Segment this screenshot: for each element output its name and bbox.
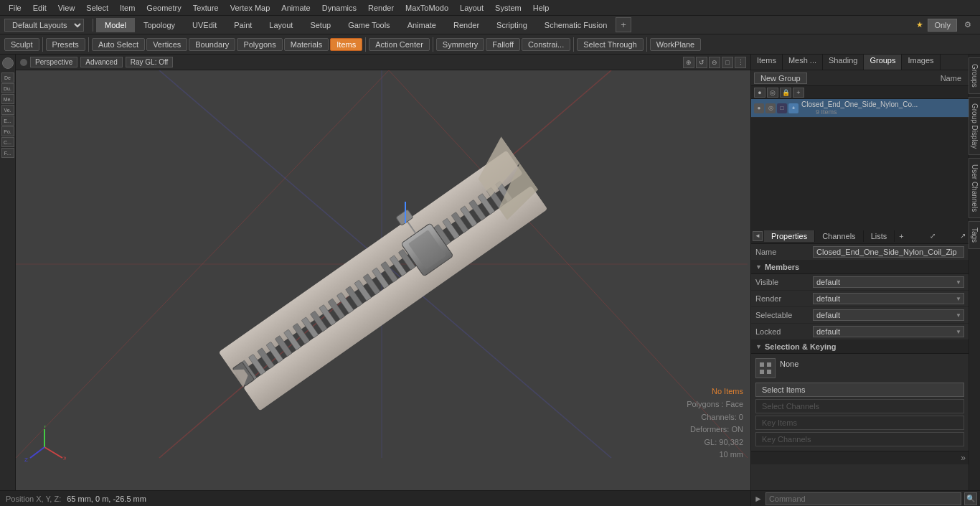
menu-maxtomodo[interactable]: MaxToModo: [400, 2, 454, 14]
menu-view[interactable]: View: [52, 2, 81, 14]
scene-item-row[interactable]: ● ◎ □ + Closed_End_One_Side_Nylon_Co... …: [751, 99, 969, 118]
sculpt-btn[interactable]: Sculpt: [4, 38, 39, 51]
props-collapse[interactable]: ◄: [753, 231, 763, 241]
tab-topology[interactable]: Topology: [135, 18, 184, 32]
item-header-add[interactable]: +: [793, 88, 804, 98]
tab-schematic-fusion[interactable]: Schematic Fusion: [536, 18, 616, 32]
select-through-btn[interactable]: Select Through: [577, 38, 643, 51]
viewport-advanced[interactable]: Advanced: [80, 57, 122, 67]
scene-item-render[interactable]: ◎: [765, 103, 776, 113]
groups-tab-images[interactable]: Images: [902, 55, 940, 70]
menu-edit[interactable]: Edit: [27, 2, 52, 14]
render-prop-select[interactable]: defaultonoff: [813, 293, 964, 304]
props-popout-icon[interactable]: ↗: [957, 230, 969, 241]
members-section-header[interactable]: ▼ Members: [751, 261, 969, 274]
sidebar-pol[interactable]: Po.: [1, 126, 14, 136]
menu-help[interactable]: Help: [527, 2, 555, 14]
boundary-btn[interactable]: Boundary: [189, 38, 235, 51]
item-header-eye[interactable]: ●: [754, 88, 765, 98]
name-prop-input[interactable]: [813, 246, 964, 258]
groups-tab-mesh[interactable]: Mesh ...: [783, 55, 823, 70]
constraints-btn[interactable]: Constrai...: [522, 38, 570, 51]
props-tab-lists[interactable]: Lists: [864, 230, 895, 242]
tab-scripting[interactable]: Scripting: [488, 18, 536, 32]
menu-layout[interactable]: Layout: [454, 2, 489, 14]
viewport-ctrl-5[interactable]: ⋮: [735, 57, 746, 68]
props-expand-icon[interactable]: ⤢: [927, 230, 938, 241]
tab-layout[interactable]: Layout: [260, 18, 301, 32]
layout-only-btn[interactable]: Only: [928, 19, 957, 32]
viewport-perspective[interactable]: Perspective: [30, 57, 77, 67]
command-arrow[interactable]: ►: [754, 494, 763, 504]
menu-select[interactable]: Select: [80, 2, 114, 14]
layout-gear-icon[interactable]: ⚙: [960, 19, 976, 31]
viewport-raygl[interactable]: Ray GL: Off: [126, 57, 174, 67]
symmetry-btn[interactable]: Symmetry: [436, 38, 485, 51]
items-btn[interactable]: Items: [330, 38, 362, 51]
sel-grid-icon[interactable]: [755, 358, 776, 378]
props-tab-properties[interactable]: Properties: [764, 230, 815, 242]
tab-model[interactable]: Model: [96, 18, 135, 32]
viewport-ctrl-3[interactable]: ⊖: [709, 57, 720, 68]
falloff-btn[interactable]: Falloff: [486, 38, 520, 51]
menu-animate[interactable]: Animate: [275, 2, 316, 14]
menu-file[interactable]: File: [3, 2, 27, 14]
sidebar-top-dot[interactable]: [2, 57, 14, 69]
props-tab-channels[interactable]: Channels: [815, 230, 863, 242]
menu-system[interactable]: System: [489, 2, 527, 14]
item-header-render[interactable]: ◎: [767, 88, 778, 98]
select-items-btn[interactable]: Select Items: [755, 383, 964, 397]
sidebar-f[interactable]: F...: [1, 148, 14, 158]
layout-add-tab[interactable]: +: [616, 17, 631, 32]
menu-render[interactable]: Render: [362, 2, 400, 14]
command-search-icon[interactable]: 🔍: [964, 492, 977, 505]
groups-tab-groups[interactable]: Groups: [864, 55, 902, 70]
vtab-groups[interactable]: Groups: [969, 57, 980, 94]
select-channels-btn[interactable]: Select Channels: [755, 399, 964, 413]
locked-prop-select[interactable]: defaultonoff: [813, 326, 964, 337]
sidebar-e[interactable]: E...: [1, 116, 14, 126]
vtab-user-channels[interactable]: User Channels: [969, 158, 980, 218]
sidebar-de[interactable]: De: [1, 72, 14, 83]
menu-vertexmap[interactable]: Vertex Map: [225, 2, 276, 14]
viewport[interactable]: Perspective Advanced Ray GL: Off ⊕ ↺ ⊖ □…: [16, 55, 750, 490]
viewport-ctrl-2[interactable]: ↺: [696, 57, 707, 68]
materials-btn[interactable]: Materials: [284, 38, 329, 51]
viewport-canvas[interactable]: No Items Polygons : Face Channels: 0 Def…: [16, 70, 750, 490]
props-add-tab[interactable]: +: [895, 230, 908, 242]
groups-tab-items[interactable]: Items: [751, 55, 783, 70]
viewport-ctrl-1[interactable]: ⊕: [683, 57, 694, 68]
auto-select-btn[interactable]: Auto Select: [92, 38, 145, 51]
vtab-tags[interactable]: Tags: [969, 221, 980, 249]
tab-paint[interactable]: Paint: [225, 18, 260, 32]
viewport-dot[interactable]: [20, 59, 27, 66]
sidebar-c[interactable]: C...: [1, 137, 14, 147]
item-header-lock[interactable]: 🔒: [780, 88, 791, 98]
menu-texture[interactable]: Texture: [187, 2, 225, 14]
tab-animate[interactable]: Animate: [399, 18, 445, 32]
sel-keying-section-header[interactable]: ▼ Selection & Keying: [751, 340, 969, 354]
viewport-ctrl-4[interactable]: □: [722, 57, 733, 68]
key-items-btn[interactable]: Key Items: [755, 416, 964, 430]
selectable-prop-select[interactable]: defaultonoff: [813, 309, 964, 321]
new-group-btn[interactable]: New Group: [754, 72, 807, 84]
workplane-btn[interactable]: WorkPlane: [650, 38, 702, 51]
command-input[interactable]: [765, 492, 961, 505]
polygons-btn[interactable]: Polygons: [237, 38, 282, 51]
key-channels-btn[interactable]: Key Channels: [755, 432, 964, 446]
scene-item-lock[interactable]: □: [777, 103, 787, 113]
tab-gametools[interactable]: Game Tools: [339, 18, 399, 32]
menu-dynamics[interactable]: Dynamics: [316, 2, 362, 14]
props-expand-bottom[interactable]: »: [961, 453, 966, 463]
sidebar-ver[interactable]: Ve.: [1, 105, 14, 115]
action-center-btn[interactable]: Action Center: [369, 38, 430, 51]
scene-item-eye[interactable]: ●: [754, 103, 764, 113]
menu-item[interactable]: Item: [114, 2, 141, 14]
tab-render[interactable]: Render: [445, 18, 488, 32]
presets-btn[interactable]: Presets: [46, 38, 85, 51]
visible-prop-select[interactable]: defaultonoff: [813, 276, 964, 288]
vtab-group-display[interactable]: Group Display: [969, 97, 980, 155]
tab-uvedit[interactable]: UVEdit: [184, 18, 225, 32]
tab-setup[interactable]: Setup: [301, 18, 339, 32]
layout-dropdown[interactable]: Default Layouts: [4, 19, 84, 32]
